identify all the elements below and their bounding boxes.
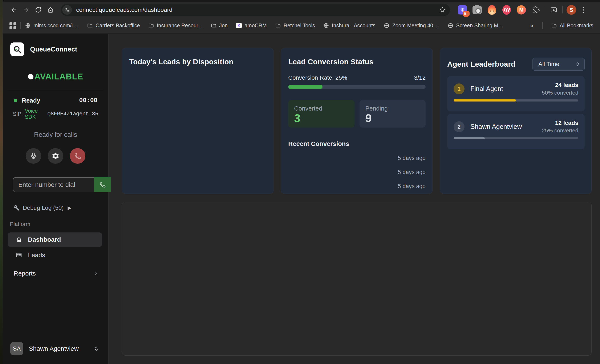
- bookmark-star-icon[interactable]: [439, 7, 446, 13]
- mute-button[interactable]: [26, 148, 41, 164]
- extension-scalenut[interactable]: [499, 5, 514, 15]
- availability-status[interactable]: AVAILABLE: [3, 72, 108, 81]
- rank-badge: 2: [454, 121, 465, 132]
- recent-conversion-item: 5 days ago: [288, 155, 426, 161]
- reload-button[interactable]: [32, 4, 44, 16]
- dial-input[interactable]: [13, 177, 94, 192]
- dialer: [13, 177, 111, 192]
- leaderboard-row: 1 Final Agent 24 leads 50% converted: [447, 76, 585, 111]
- puzzle-icon: [533, 6, 540, 13]
- leaderboard-row: 2 Shawn Agentview 12 leads 25% converted: [447, 114, 585, 149]
- bookmark-item[interactable]: mlms.csod.com/L...: [25, 22, 79, 28]
- id-card-icon: [16, 252, 22, 258]
- chrome-menu-button[interactable]: [579, 7, 588, 13]
- bookmark-folder[interactable]: Insurance Resour...: [148, 22, 202, 28]
- debug-log-toggle[interactable]: Debug Log (50) ▶: [14, 204, 108, 211]
- extension-hotjar[interactable]: [485, 5, 499, 15]
- bookmark-item[interactable]: K amoCRM: [236, 22, 267, 28]
- leaderboard-title: Agent Leaderboard: [447, 60, 516, 68]
- leaderboard-filter-select[interactable]: All Time: [533, 58, 585, 71]
- kebab-menu-icon: [583, 7, 584, 13]
- browser-window: connect.queueleads.com/dashboard ✳9+ M: [3, 0, 600, 364]
- extension-monica[interactable]: M: [514, 5, 529, 15]
- call-state-label: Ready: [22, 97, 40, 104]
- agent-name: Shawn Agentview: [470, 123, 522, 130]
- chevron-right-icon: [93, 271, 99, 276]
- site-settings-icon[interactable]: [62, 5, 72, 15]
- flame-icon: [488, 5, 496, 15]
- extension-screenshot[interactable]: [470, 6, 485, 14]
- bookmark-folder[interactable]: Retchel Tools: [275, 22, 315, 28]
- debug-log-label: Debug Log (50): [23, 204, 64, 211]
- house-icon: [16, 237, 22, 243]
- conversion-progress-track: [288, 85, 426, 89]
- page-content: QueueConnect AVAILABLE Ready 00:00 SIP: …: [3, 34, 600, 364]
- bookmark-folder[interactable]: Carriers Backoffice: [87, 22, 140, 28]
- status-dot-icon: [28, 74, 33, 79]
- conversion-fraction: 3/12: [414, 74, 426, 81]
- dashboard-main: Today's Leads by Disposition Lead Conver…: [109, 34, 600, 364]
- user-name: Shawn Agentview: [29, 345, 79, 352]
- back-button[interactable]: [8, 4, 20, 16]
- bookmark-item[interactable]: Inshura - Accounts: [323, 22, 375, 28]
- forward-button[interactable]: [20, 4, 32, 16]
- pink-oval-icon: [502, 5, 511, 15]
- all-bookmarks-button[interactable]: All Bookmarks: [551, 22, 593, 28]
- ready-dot-icon: [14, 99, 17, 102]
- amocrm-icon: K: [236, 23, 242, 28]
- empty-panel: [122, 202, 591, 355]
- bookmarks-overflow-chevron[interactable]: »: [530, 22, 534, 29]
- globe-icon: [448, 23, 453, 28]
- audio-settings-button[interactable]: [48, 148, 63, 164]
- user-menu[interactable]: SA Shawn Agentview: [10, 342, 100, 355]
- recent-conversions-title: Recent Conversions: [288, 140, 426, 147]
- agent-converted: 50% converted: [542, 90, 578, 96]
- address-bar[interactable]: connect.queueleads.com/dashboard: [61, 4, 450, 16]
- conversion-title: Lead Conversion Status: [288, 58, 426, 66]
- sidebar-item-reports[interactable]: Reports: [14, 270, 99, 277]
- url-text[interactable]: connect.queueleads.com/dashboard: [76, 7, 172, 13]
- sidebar-item-leads[interactable]: Leads: [8, 248, 102, 262]
- agent-leads: 24 leads: [542, 82, 578, 89]
- desktop-wallpaper-strip: [0, 0, 3, 364]
- globe-icon: [323, 23, 329, 28]
- filter-value: All Time: [538, 61, 559, 67]
- queueconnect-logo: [10, 42, 24, 56]
- wrench-icon: [14, 205, 19, 211]
- sip-mode: Voice SDK: [25, 108, 47, 120]
- sip-label: SIP:: [13, 111, 23, 117]
- toolbar-separator: [545, 6, 545, 13]
- sidebar: QueueConnect AVAILABLE Ready 00:00 SIP: …: [3, 34, 109, 364]
- forward-icon: [22, 6, 30, 13]
- call-timer: 00:00: [79, 97, 97, 104]
- ready-hint: Ready for calls: [3, 131, 108, 138]
- bookmark-item[interactable]: Screen Sharing M...: [448, 22, 503, 28]
- extensions-menu-button[interactable]: [529, 6, 544, 13]
- end-call-button[interactable]: [70, 148, 85, 164]
- user-avatar: SA: [10, 342, 23, 355]
- conversion-rate-label: Conversion Rate: 25%: [288, 74, 347, 81]
- tab-search-button[interactable]: [546, 6, 561, 14]
- agent-progress-fill: [454, 100, 516, 101]
- sidebar-item-dashboard[interactable]: Dashboard: [8, 232, 102, 247]
- pending-stat-box: Pending 9: [359, 100, 426, 127]
- home-button[interactable]: [44, 4, 56, 16]
- availability-label: AVAILABLE: [35, 72, 83, 81]
- profile-button[interactable]: S: [564, 5, 579, 15]
- extension-badge: 9+: [463, 11, 469, 17]
- extension-9plus[interactable]: ✳9+: [455, 5, 470, 15]
- conversion-progress-fill: [288, 85, 322, 89]
- bookmark-item[interactable]: Zoom Meeting 40-...: [384, 22, 439, 28]
- bookmark-folder[interactable]: Jon: [211, 22, 228, 28]
- converted-value: 3: [294, 112, 349, 124]
- conversion-card: Lead Conversion Status Conversion Rate: …: [281, 48, 432, 194]
- apps-grid-icon[interactable]: [9, 22, 16, 29]
- window-top-strip: [3, 0, 600, 2]
- monica-icon: M: [517, 5, 526, 15]
- pending-value: 9: [366, 112, 420, 124]
- disposition-title: Today's Leads by Disposition: [129, 58, 267, 66]
- globe-icon: [384, 23, 389, 28]
- folder-icon: [275, 23, 281, 28]
- folder-icon: [87, 23, 93, 28]
- call-state-row: Ready 00:00: [14, 97, 97, 104]
